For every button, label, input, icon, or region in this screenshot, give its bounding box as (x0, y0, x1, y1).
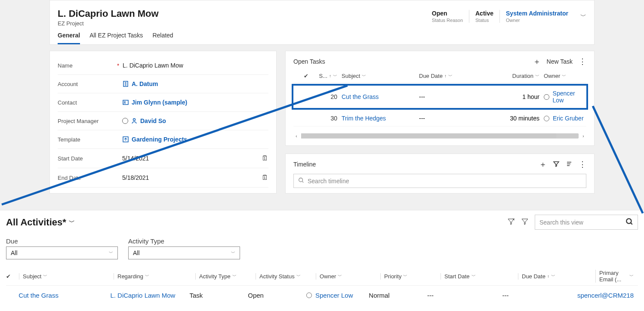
callout-line-bottom (592, 105, 644, 213)
open-tasks-panel: Open Tasks ＋ New Task ⋮ ✔ S...↑﹀ Subject… (285, 51, 595, 146)
panel-actions: ＋ New Task ⋮ (533, 56, 586, 67)
cell-regarding[interactable]: L. DiCaprio Lawn Mow (110, 292, 189, 299)
filter-icon[interactable] (553, 160, 560, 169)
search-timeline-input[interactable]: Search timeline (293, 174, 586, 188)
content-row: Name * L. DiCaprio Lawn Mow Account A. D… (49, 45, 595, 194)
template-icon (122, 136, 129, 143)
form-label: Account (58, 81, 122, 87)
chevron-down-icon: ﹀ (231, 250, 235, 256)
svg-point-6 (626, 219, 631, 223)
col-start-date[interactable]: Start Date﹀ (441, 273, 518, 280)
form-value: L. DiCaprio Lawn Mow (123, 62, 268, 69)
chevron-down-icon[interactable]: ﹀ (69, 219, 75, 226)
activities-top: All Activities* ﹀ Search this view (6, 215, 638, 230)
cell-primary-email[interactable]: spencerl@CRM218 (577, 292, 638, 299)
chevron-down-icon[interactable]: ﹀ (580, 12, 586, 20)
meta-owner[interactable]: System Administrator Owner (499, 10, 574, 23)
owner-link[interactable]: Spencer Low (315, 292, 353, 299)
cell-owner: Spencer Low (306, 292, 369, 299)
form-row-start-date[interactable]: Start Date 5/14/2021 🗓 (58, 149, 268, 168)
scroll-track[interactable] (301, 133, 579, 139)
col-primary-email[interactable]: Primary Email (...﹀ (595, 270, 638, 283)
calendar-icon[interactable]: 🗓 (262, 154, 268, 162)
contact-link[interactable]: Jim Glynn (sample) (132, 99, 187, 106)
timeline-panel: Timeline ＋ ⋮ Search timeline (285, 154, 595, 194)
timeline-header: Timeline ＋ ⋮ (293, 159, 586, 169)
record-header-right: Open Status Reason Active Status System … (432, 10, 586, 23)
form-value: 5/18/2021 🗓 (122, 174, 268, 182)
col-regarding[interactable]: Regarding﹀ (114, 273, 195, 280)
tab-all-tasks[interactable]: All EZ Project Tasks (89, 32, 143, 44)
col-activity-type[interactable]: Activity Type﹀ (195, 273, 256, 280)
tab-general[interactable]: General (58, 32, 80, 44)
cell-subject[interactable]: Trim the Hedges (342, 115, 419, 122)
form-label: Contact (58, 99, 122, 106)
cell-start-date: --- (427, 292, 502, 299)
filter-label: Due (6, 237, 118, 245)
scroll-thumb[interactable] (301, 133, 556, 139)
form-row-end-date[interactable]: End Date 5/18/2021 🗓 (58, 168, 268, 188)
meta-status-reason[interactable]: Open Status Reason (432, 10, 469, 23)
col-duration[interactable]: Duration﹀ (466, 73, 544, 79)
account-link[interactable]: A. Datum (132, 80, 158, 87)
template-link[interactable]: Gardening Projects (132, 136, 187, 143)
horizontal-scrollbar[interactable]: ‹ › (293, 133, 586, 139)
activities-title[interactable]: All Activities* ﹀ (6, 217, 75, 228)
kebab-icon[interactable]: ⋮ (579, 160, 586, 168)
activity-row[interactable]: Cut the Grass L. DiCaprio Lawn Mow Task … (6, 286, 638, 305)
search-view-input[interactable]: Search this view (535, 215, 638, 230)
meta-value: System Administrator (506, 10, 568, 17)
end-date-value: 5/18/2021 (122, 174, 149, 181)
record-header: L. DiCaprio Lawn Mow EZ Project Open Sta… (49, 0, 595, 27)
tab-related[interactable]: Related (152, 32, 173, 44)
form-row-template[interactable]: Template Gardening Projects (58, 130, 268, 149)
owner-link[interactable]: Eric Gruber (553, 115, 584, 122)
scroll-left-icon[interactable]: ‹ (293, 134, 299, 139)
filter-activity-type: Activity Type All ﹀ (128, 237, 240, 259)
form-value: A. Datum (122, 80, 268, 87)
filter-clear-icon[interactable] (507, 218, 515, 227)
col-owner[interactable]: Owner﹀ (544, 73, 586, 79)
record-title: L. DiCaprio Lawn Mow (58, 8, 159, 19)
col-priority[interactable]: Priority﹀ (380, 273, 441, 280)
form-row-pm[interactable]: Project Manager David So (58, 112, 268, 130)
filter-due-select[interactable]: All ﹀ (6, 246, 118, 259)
col-due-date[interactable]: Due Date↑﹀ (518, 273, 595, 280)
meta-status[interactable]: Active Status (469, 10, 499, 23)
form-value: Jim Glynn (sample) (122, 99, 268, 106)
scroll-right-icon[interactable]: › (580, 134, 586, 139)
cell-due: --- (419, 115, 466, 122)
form-row-contact[interactable]: Contact Jim Glynn (sample) (58, 93, 268, 112)
filter-icon[interactable] (521, 218, 529, 227)
col-due[interactable]: Due Date↑﹀ (419, 73, 466, 79)
record-circle-icon (306, 293, 312, 298)
record-entity: EZ Project (58, 20, 159, 27)
new-task-button[interactable]: New Task (547, 58, 573, 65)
col-seq[interactable]: S...↑﹀ (312, 73, 342, 79)
plus-icon[interactable]: ＋ (539, 159, 547, 169)
record-circle-icon (544, 116, 549, 121)
kebab-icon[interactable]: ⋮ (579, 58, 586, 65)
contact-card-icon (122, 99, 129, 106)
check-all[interactable]: ✔ (6, 273, 19, 280)
search-icon (298, 177, 304, 185)
cell-activity-type: Task (190, 292, 248, 299)
col-subject[interactable]: Subject﹀ (342, 73, 419, 79)
sort-icon[interactable] (566, 160, 573, 169)
cell-owner: Spencer Low (544, 90, 586, 104)
col-subject[interactable]: Subject﹀ (19, 273, 114, 280)
filter-type-select[interactable]: All ﹀ (128, 246, 240, 259)
col-owner[interactable]: Owner﹀ (316, 273, 380, 280)
task-row[interactable]: 30 Trim the Hedges --- 30 minutes Eric G… (293, 111, 586, 126)
activities-toolbar: Search this view (507, 215, 638, 230)
cell-subject[interactable]: Cut the Grass (18, 292, 110, 299)
owner-link[interactable]: Spencer Low (553, 90, 586, 104)
pm-link[interactable]: David So (140, 117, 166, 124)
plus-icon[interactable]: ＋ (533, 56, 541, 67)
form-row-account[interactable]: Account A. Datum (58, 75, 268, 93)
cell-subject[interactable]: Cut the Grass (342, 93, 419, 100)
col-activity-status[interactable]: Activity Status﹀ (256, 273, 316, 280)
check-all[interactable]: ✔ (304, 73, 312, 79)
form-row-name[interactable]: Name * L. DiCaprio Lawn Mow (58, 56, 268, 75)
calendar-icon[interactable]: 🗓 (262, 174, 268, 182)
